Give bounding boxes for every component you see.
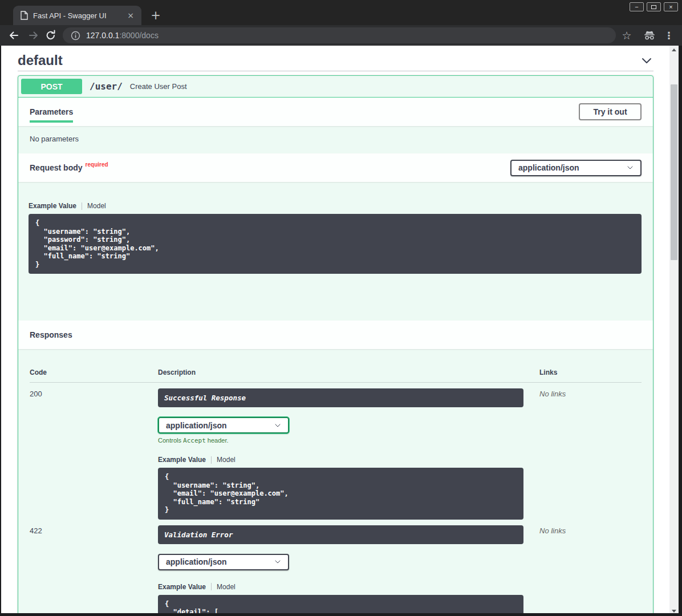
required-label: required bbox=[86, 161, 108, 168]
request-body-header: Request bodyrequired application/json bbox=[18, 153, 653, 182]
tab-separator bbox=[82, 202, 82, 210]
no-parameters-text: No parameters bbox=[18, 126, 653, 153]
col-description: Description bbox=[158, 368, 523, 376]
site-info-icon bbox=[71, 31, 80, 40]
opblock-summary[interactable]: POST /user/ Create User Post bbox=[18, 76, 653, 98]
response-code: 422 bbox=[30, 525, 158, 616]
responses-header: Responses bbox=[18, 321, 653, 349]
profile-incognito-button[interactable] bbox=[642, 28, 657, 43]
back-arrow-icon bbox=[8, 30, 19, 41]
url-bar[interactable]: 127.0.0.1:8000/docs bbox=[63, 27, 616, 43]
maximize-button[interactable] bbox=[647, 2, 661, 11]
scrollbar-down-arrow-icon[interactable] bbox=[672, 610, 676, 613]
tab-title: Fast API - Swagger UI bbox=[33, 11, 125, 20]
new-tab-button[interactable]: + bbox=[148, 8, 163, 23]
minimize-button[interactable]: − bbox=[630, 2, 644, 11]
endpoint-summary: Create User Post bbox=[130, 82, 187, 91]
response-row-422: 422 Validation Error application/json Ex… bbox=[30, 520, 642, 616]
window-border-right bbox=[679, 46, 682, 616]
tag-title: default bbox=[18, 52, 63, 68]
response-links: No links bbox=[523, 525, 642, 616]
scrollbar-thumb[interactable] bbox=[671, 84, 677, 260]
method-badge: POST bbox=[21, 79, 82, 94]
responses-table-head: Code Description Links bbox=[30, 349, 642, 383]
forward-button[interactable] bbox=[26, 28, 41, 43]
request-body-content: Example Value Model { "username": "strin… bbox=[18, 182, 653, 321]
browser-tab[interactable]: Fast API - Swagger UI × bbox=[13, 6, 141, 25]
tag-section-header[interactable]: default bbox=[18, 46, 653, 71]
swagger-content: default POST /user/ Create User Post Par… bbox=[1, 46, 669, 616]
window-border-left bbox=[0, 46, 1, 616]
page-viewport: default POST /user/ Create User Post Par… bbox=[0, 46, 682, 616]
tab-separator bbox=[211, 456, 212, 464]
request-body-example-json: { "username": "string", "password": "str… bbox=[29, 214, 642, 274]
tab-close-icon[interactable]: × bbox=[125, 10, 136, 21]
scrollbar-up-arrow-icon[interactable] bbox=[672, 48, 676, 51]
try-it-out-button[interactable]: Try it out bbox=[579, 103, 642, 120]
example-model-tabs: Example Value Model bbox=[29, 202, 642, 210]
close-icon: × bbox=[669, 4, 672, 10]
forward-arrow-icon bbox=[28, 30, 39, 41]
window-controls: − × bbox=[630, 2, 678, 11]
close-button[interactable]: × bbox=[664, 2, 678, 11]
responses-title: Responses bbox=[30, 330, 72, 339]
reload-icon bbox=[45, 30, 56, 41]
tab-example-value[interactable]: Example Value bbox=[158, 456, 206, 464]
accept-header-note: Controls Accept header. bbox=[158, 437, 523, 444]
star-icon: ☆ bbox=[622, 29, 631, 42]
tab-model[interactable]: Model bbox=[87, 202, 106, 210]
response-media-type-select[interactable]: application/json bbox=[158, 417, 289, 433]
tab-parameters[interactable]: Parameters bbox=[30, 107, 73, 123]
reload-button[interactable] bbox=[43, 28, 58, 43]
response-description: Validation Error bbox=[158, 525, 523, 544]
url-text: 127.0.0.1:8000/docs bbox=[86, 31, 159, 40]
tab-model[interactable]: Model bbox=[217, 456, 236, 464]
example-model-tabs: Example Value Model bbox=[158, 583, 523, 591]
responses-table: Code Description Links 200 Successful Re… bbox=[18, 349, 653, 616]
response-media-type-value: application/json bbox=[166, 557, 227, 566]
page-favicon-icon bbox=[20, 11, 28, 20]
tab-model[interactable]: Model bbox=[217, 583, 236, 591]
menu-dots-icon: ⋮ bbox=[664, 30, 674, 41]
maximize-icon bbox=[651, 5, 656, 9]
response-description: Successful Response bbox=[158, 388, 523, 407]
window-border-bottom bbox=[0, 613, 682, 616]
example-model-tabs: Example Value Model bbox=[158, 456, 523, 464]
request-media-type-value: application/json bbox=[518, 163, 579, 172]
chevron-down-icon bbox=[627, 164, 634, 171]
chevron-down-icon bbox=[274, 558, 281, 565]
url-host: 127.0.0.1 bbox=[86, 31, 119, 40]
tab-example-value[interactable]: Example Value bbox=[29, 202, 76, 210]
request-media-type-select[interactable]: application/json bbox=[510, 160, 642, 176]
opblock-post-user: POST /user/ Create User Post Parameters … bbox=[18, 75, 653, 616]
parameters-header: Parameters Try it out bbox=[18, 98, 653, 126]
back-button[interactable] bbox=[6, 28, 21, 43]
response-description-cell: Validation Error application/json Exampl… bbox=[158, 525, 523, 616]
browser-menu-button[interactable]: ⋮ bbox=[661, 28, 676, 43]
response-media-type-select[interactable]: application/json bbox=[158, 554, 289, 570]
incognito-icon bbox=[643, 30, 656, 40]
col-links: Links bbox=[523, 368, 642, 376]
response-code: 200 bbox=[30, 388, 158, 520]
accept-code: Accept bbox=[183, 437, 206, 444]
page-scrollbar[interactable] bbox=[669, 46, 679, 616]
minimize-icon: − bbox=[635, 4, 638, 10]
tab-separator bbox=[211, 583, 212, 590]
bookmark-button[interactable]: ☆ bbox=[619, 28, 634, 43]
response-media-type-value: application/json bbox=[166, 421, 227, 430]
chevron-down-icon[interactable] bbox=[640, 54, 653, 67]
response-links: No links bbox=[523, 388, 642, 520]
response-description-cell: Successful Response application/json Con… bbox=[158, 388, 523, 520]
endpoint-path: /user/ bbox=[90, 81, 123, 92]
url-path: :8000/docs bbox=[119, 31, 159, 40]
tab-example-value[interactable]: Example Value bbox=[158, 583, 206, 591]
response-example-json: { "username": "string", "email": "user@e… bbox=[158, 468, 523, 520]
col-code: Code bbox=[30, 368, 158, 376]
browser-frame: − × Fast API - Swagger UI × + bbox=[0, 0, 682, 46]
chevron-down-icon bbox=[274, 422, 281, 429]
request-body-title: Request bodyrequired bbox=[30, 163, 108, 172]
response-row-200: 200 Successful Response application/json… bbox=[30, 383, 642, 520]
